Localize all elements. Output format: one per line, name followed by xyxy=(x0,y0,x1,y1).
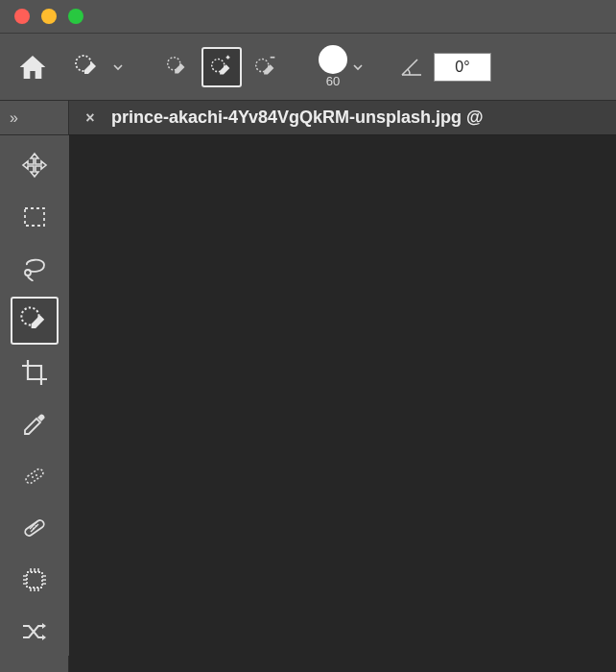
canvas[interactable] xyxy=(69,135,616,672)
eyedropper-icon xyxy=(19,409,50,440)
bandage-icon xyxy=(19,513,50,543)
home-icon xyxy=(17,52,48,83)
document-tab-bar: × prince-akachi-4Yv84VgQkRM-unsplash.jpg… xyxy=(69,101,616,135)
marquee-tool[interactable] xyxy=(11,193,59,241)
close-icon: × xyxy=(85,109,94,127)
minimize-window-button[interactable] xyxy=(41,9,57,24)
lasso-icon xyxy=(19,253,50,284)
selection-brush-icon xyxy=(73,53,102,82)
svg-rect-7 xyxy=(24,468,44,485)
selection-brush-icon xyxy=(18,304,51,337)
bandage-dotted-icon xyxy=(19,461,50,492)
new-selection-icon xyxy=(164,54,191,81)
healing-brush-tool[interactable] xyxy=(11,452,59,500)
lasso-tool[interactable] xyxy=(11,245,59,293)
svg-point-14 xyxy=(35,525,36,527)
maximize-window-button[interactable] xyxy=(68,9,83,24)
chip-icon xyxy=(19,564,50,595)
brush-size-value: 60 xyxy=(326,74,340,88)
brush-angle-input[interactable]: 0° xyxy=(434,53,491,82)
brush-angle-group: 0° xyxy=(397,53,491,82)
crop-tool[interactable] xyxy=(11,348,59,396)
selection-mode-group xyxy=(157,47,286,87)
subtract-from-selection-icon xyxy=(252,54,279,81)
svg-point-5 xyxy=(25,270,31,276)
svg-point-8 xyxy=(32,476,34,478)
brush-tool[interactable] xyxy=(11,504,59,552)
close-window-button[interactable] xyxy=(14,9,30,24)
left-panel: » xyxy=(0,101,69,672)
shuffle-icon xyxy=(19,616,50,647)
svg-point-13 xyxy=(33,528,35,530)
brush-preset[interactable]: 60 xyxy=(319,45,347,88)
chevron-down-icon xyxy=(113,62,123,72)
recompose-tool[interactable] xyxy=(11,608,59,656)
crop-icon xyxy=(19,357,50,388)
expand-chevrons-icon: » xyxy=(10,109,16,127)
document-area: × prince-akachi-4Yv84VgQkRM-unsplash.jpg… xyxy=(69,101,616,672)
tool-indicator[interactable] xyxy=(67,47,107,87)
toolbox xyxy=(0,135,69,656)
marquee-icon xyxy=(20,203,49,231)
document-tab-label[interactable]: prince-akachi-4Yv84VgQkRM-unsplash.jpg @ xyxy=(111,108,484,128)
eyedropper-tool[interactable] xyxy=(11,400,59,448)
svg-point-9 xyxy=(36,474,37,476)
cookie-cutter-tool[interactable] xyxy=(11,556,59,604)
new-selection-button[interactable] xyxy=(157,47,198,87)
tool-indicator-flyout[interactable] xyxy=(111,60,125,74)
window-titlebar xyxy=(0,0,616,34)
move-icon xyxy=(19,150,50,180)
tab-close-button[interactable]: × xyxy=(83,110,98,126)
selection-brush-tool[interactable] xyxy=(11,297,59,345)
move-tool[interactable] xyxy=(11,141,59,189)
home-button[interactable] xyxy=(10,44,56,90)
add-to-selection-icon xyxy=(208,54,235,81)
brush-preset-flyout[interactable] xyxy=(351,60,365,74)
svg-rect-15 xyxy=(27,572,42,588)
brush-preview-dot xyxy=(319,45,347,74)
svg-rect-4 xyxy=(25,208,44,226)
panel-expand-button[interactable]: » xyxy=(0,101,68,135)
tool-indicator-group xyxy=(67,47,125,87)
options-bar: 60 0° xyxy=(0,34,616,101)
subtract-from-selection-button[interactable] xyxy=(246,47,286,87)
chevron-down-icon xyxy=(353,62,363,72)
angle-icon xyxy=(397,53,426,82)
add-to-selection-button[interactable] xyxy=(201,47,242,87)
brush-angle-value: 0° xyxy=(455,59,469,76)
brush-preset-group: 60 xyxy=(319,45,365,88)
